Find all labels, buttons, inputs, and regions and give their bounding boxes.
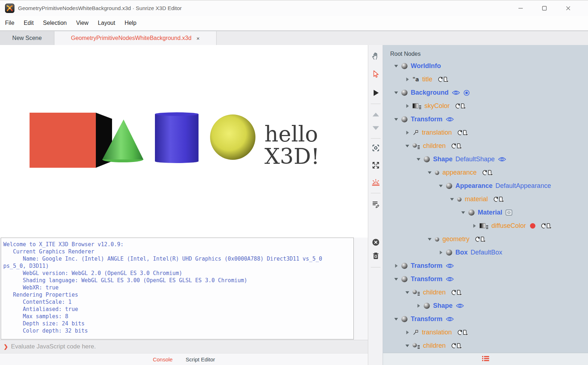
visibility-eye-icon[interactable]	[446, 116, 454, 122]
delete-icon[interactable]	[371, 251, 380, 260]
panel-list-icon[interactable]	[482, 355, 490, 363]
field-name[interactable]: title	[422, 76, 432, 83]
collapse-arrow-icon[interactable]	[393, 63, 399, 69]
field-name[interactable]: children	[423, 342, 446, 350]
route-in-out-icons[interactable]	[450, 342, 463, 350]
collapse-arrow-icon[interactable]	[427, 236, 432, 242]
select-cursor-icon[interactable]	[371, 69, 380, 78]
outline-row-children[interactable]: children	[383, 339, 588, 352]
outline-row-translation[interactable]: translation	[383, 326, 588, 339]
collapse-arrow-icon[interactable]	[449, 197, 455, 202]
menu-file[interactable]: File	[4, 18, 15, 28]
route-in-out-icons[interactable]	[454, 102, 467, 110]
menu-help[interactable]: Help	[124, 18, 137, 28]
outline-row-Shape[interactable]: Shape	[383, 299, 588, 312]
console-output[interactable]: Welcome to X_ITE X3D Browser v12.0.9: Cu…	[1, 238, 354, 339]
node-type-name[interactable]: Transform	[411, 315, 442, 323]
outline-row-children[interactable]: children	[383, 139, 588, 153]
visibility-eye-icon[interactable]	[446, 316, 454, 322]
field-name[interactable]: material	[465, 195, 488, 203]
node-type-name[interactable]: Shape	[433, 156, 453, 163]
field-name[interactable]: geometry	[442, 235, 469, 243]
node-type-name[interactable]: Material	[478, 209, 502, 216]
visibility-eye-icon[interactable]	[456, 303, 464, 309]
collapse-arrow-icon[interactable]	[427, 170, 432, 176]
edit-script-icon[interactable]	[371, 199, 380, 208]
node-type-name[interactable]: Shape	[433, 302, 453, 310]
field-name[interactable]: diffuseColor	[491, 222, 526, 230]
node-type-name[interactable]: WorldInfo	[411, 62, 441, 70]
expand-arrow-icon[interactable]	[393, 263, 399, 269]
outline-row-skyColor[interactable]: skyColor	[383, 99, 588, 113]
expand-arrow-icon[interactable]	[404, 77, 410, 82]
node-type-name[interactable]: Background	[411, 89, 449, 96]
outline-row-appearance[interactable]: appearance	[383, 166, 588, 179]
play-icon[interactable]	[371, 88, 380, 97]
outline-row-Transform[interactable]: Transform	[383, 272, 588, 286]
tab-new-scene[interactable]: New Scene	[0, 31, 54, 45]
outline-row-Appearance[interactable]: AppearanceDefaultAppearance	[383, 179, 588, 193]
outline-row-Material[interactable]: Material	[383, 206, 588, 219]
sunrise-icon[interactable]	[371, 178, 380, 187]
route-in-out-icons[interactable]	[474, 235, 487, 243]
route-in-out-icons[interactable]	[493, 195, 505, 203]
field-name[interactable]: appearance	[442, 169, 477, 176]
outline-row-Shape[interactable]: ShapeDefaultShape	[383, 153, 588, 166]
tab-active-document[interactable]: GeometryPrimitiveNodesWhiteBackground.x3…	[54, 31, 217, 45]
node-type-name[interactable]: Appearance	[455, 182, 493, 190]
3d-viewport[interactable]: hello X3D!	[0, 45, 368, 238]
outline-row-Box[interactable]: BoxDefaultBox	[383, 246, 588, 259]
collapse-arrow-icon[interactable]	[404, 143, 410, 149]
visibility-eye-icon[interactable]	[498, 156, 506, 162]
js-console-input[interactable]	[11, 343, 364, 350]
node-type-name[interactable]: Transform	[411, 262, 442, 270]
arrow-down-icon[interactable]	[371, 123, 380, 132]
collapse-arrow-icon[interactable]	[393, 276, 399, 282]
expand-arrow-icon[interactable]	[438, 250, 444, 256]
close-button[interactable]	[556, 0, 580, 16]
expand-arrow-icon[interactable]	[404, 103, 410, 109]
outline-row-Transform[interactable]: Transform	[383, 259, 588, 272]
collapse-arrow-icon[interactable]	[393, 117, 399, 122]
outline-row-Transform[interactable]: Transform	[383, 113, 588, 126]
collapse-arrow-icon[interactable]	[415, 157, 421, 162]
route-in-out-icons[interactable]	[540, 222, 553, 230]
field-name[interactable]: translation	[422, 329, 452, 336]
node-type-name[interactable]: Box	[455, 249, 468, 256]
outline-row-Background[interactable]: Background	[383, 86, 588, 99]
visibility-eye-icon[interactable]	[452, 90, 460, 96]
outline-row-WorldInfo[interactable]: WorldInfo	[383, 59, 588, 73]
route-in-out-icons[interactable]	[456, 329, 469, 336]
outline-row-children[interactable]: children	[383, 286, 588, 299]
minimize-button[interactable]	[509, 0, 533, 16]
pan-hand-icon[interactable]	[371, 51, 380, 60]
visibility-eye-icon[interactable]	[446, 263, 454, 269]
node-type-name[interactable]: Transform	[411, 275, 442, 283]
route-in-out-icons[interactable]	[481, 169, 494, 176]
bottom-tab-script-editor[interactable]: Script Editor	[186, 356, 215, 362]
outline-row-title[interactable]: "atitle	[383, 73, 588, 86]
field-name[interactable]: translation	[422, 129, 452, 136]
arrow-up-icon[interactable]	[371, 110, 380, 119]
bottom-tab-console[interactable]: Console	[153, 356, 173, 362]
outline-row-material[interactable]: material	[383, 193, 588, 206]
bound-node-icon[interactable]	[463, 90, 470, 96]
expand-arrow-icon[interactable]	[471, 223, 477, 229]
expand-arrow-icon[interactable]	[404, 130, 410, 136]
visibility-eye-icon[interactable]	[446, 276, 454, 282]
collapse-arrow-icon[interactable]	[404, 343, 410, 349]
menu-layout[interactable]: Layout	[97, 18, 116, 28]
expand-arrow-icon[interactable]	[404, 330, 410, 335]
clear-console-icon[interactable]	[371, 238, 380, 247]
outline-row-geometry[interactable]: geometry	[383, 233, 588, 246]
route-in-out-icons[interactable]	[450, 289, 463, 296]
menu-view[interactable]: View	[75, 18, 89, 28]
route-in-out-icons[interactable]	[437, 76, 450, 83]
node-type-name[interactable]: Transform	[411, 116, 442, 123]
menu-edit[interactable]: Edit	[23, 18, 35, 28]
field-name[interactable]: children	[423, 289, 446, 296]
collapse-arrow-icon[interactable]	[393, 316, 399, 322]
field-name[interactable]: children	[423, 142, 446, 150]
open-editor-icon[interactable]	[505, 209, 512, 216]
fit-view-icon[interactable]	[371, 161, 380, 170]
